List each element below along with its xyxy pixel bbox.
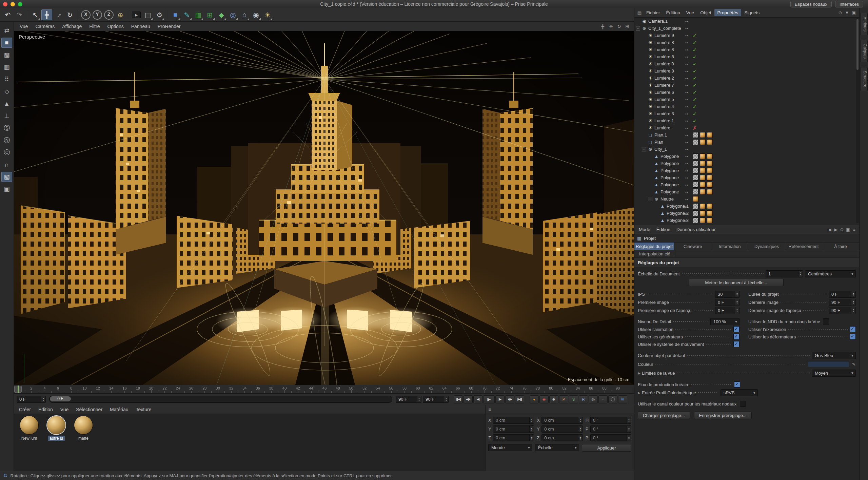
expander-icon[interactable]: −	[636, 26, 640, 30]
object-row[interactable]: ☀Lumière.2••✓	[634, 75, 859, 82]
polygons-mode-button[interactable]: ▲	[1, 99, 12, 109]
texture-tag-icon[interactable]	[707, 153, 713, 159]
time-right-1-field[interactable]: 90 F▲▼	[829, 299, 856, 306]
enabled-check-icon[interactable]: ✓	[693, 83, 697, 88]
object-row[interactable]: ☀Lumière.5••✓	[634, 96, 859, 103]
attribute-menu-mode[interactable]: Mode	[636, 226, 653, 233]
material-menu-texture[interactable]: Texture	[132, 406, 155, 413]
add-primitive-button[interactable]: ■	[170, 9, 181, 20]
lock-workplane-button[interactable]: ▣	[1, 184, 12, 194]
visibility-dots-icon[interactable]: ••	[685, 119, 689, 123]
use-deformers-checkbox[interactable]	[850, 334, 856, 340]
prev-frame-button[interactable]: ◀	[473, 395, 482, 403]
visibility-dots-icon[interactable]: ••	[685, 162, 689, 166]
time-left-1-field[interactable]: 0 F▲▼	[715, 299, 739, 306]
stepper-arrows-icon[interactable]: ▲▼	[417, 396, 421, 402]
visibility-dots-icon[interactable]: ••	[685, 48, 689, 52]
object-row[interactable]: ☀Lumière.3••✓	[634, 110, 859, 117]
select-tool-button[interactable]: ↖	[30, 9, 41, 20]
texture-tag-icon[interactable]	[707, 168, 713, 173]
texture-tag-icon[interactable]	[693, 196, 698, 202]
apply-button[interactable]: Appliquer	[582, 444, 631, 452]
default-color-dropdown[interactable]: Gris-Bleu ▼	[812, 352, 856, 359]
visibility-dots-icon[interactable]: ••	[685, 140, 689, 144]
search-icon[interactable]: ⊙	[837, 10, 844, 15]
coordinate-space-dropdown[interactable]: Monde ▼	[488, 444, 532, 451]
object-row[interactable]: ▲Polygone.2••	[634, 210, 859, 217]
eyedropper-icon[interactable]: ✎	[852, 362, 856, 367]
uvw-tag-icon[interactable]	[693, 182, 698, 188]
panel-menu-icon[interactable]: ≡	[488, 407, 491, 412]
object-row[interactable]: −⊕City_1••	[634, 146, 859, 153]
object-row[interactable]: ☀Lumière.1••✓	[634, 117, 859, 124]
enabled-check-icon[interactable]: ✓	[693, 54, 697, 60]
object-row[interactable]: ▲Polygone••	[634, 167, 859, 174]
material-menu-matériau[interactable]: Matériau	[106, 406, 132, 413]
end-frame-field[interactable]: 90 F ▲▼	[396, 396, 421, 403]
render-view-button[interactable]: ▶	[131, 9, 142, 20]
texture-mode-button[interactable]: ▩	[1, 50, 12, 60]
redo-button[interactable]: ↷	[14, 9, 25, 20]
visibility-dots-icon[interactable]: ••	[685, 41, 689, 45]
object-row[interactable]: ☀Lumière.6••✓	[634, 89, 859, 96]
animation-palette-button[interactable]: ⊞	[618, 395, 627, 403]
zoom-window-button[interactable]	[18, 2, 22, 6]
enable-axis-button[interactable]: ⊥	[1, 111, 12, 121]
search-icon[interactable]: ⊙	[839, 227, 845, 232]
viewport-zoom-icon[interactable]: ⊕	[607, 23, 615, 30]
lock-z-axis-button[interactable]: Z	[103, 9, 114, 20]
expander-icon[interactable]: −	[642, 147, 646, 151]
object-manager-menu-propriétés[interactable]: Propriétés	[714, 9, 742, 16]
visibility-dots-icon[interactable]: ••	[685, 19, 689, 23]
record-position-button[interactable]: P	[559, 395, 568, 403]
object-row[interactable]: ▲Polygone••	[634, 160, 859, 167]
enabled-check-icon[interactable]: ✓	[693, 76, 697, 81]
position-z-field[interactable]: 0 cm▲▼	[493, 434, 534, 441]
uvw-tag-icon[interactable]	[693, 161, 698, 166]
texture-tag-icon[interactable]	[707, 217, 713, 223]
texture-tag-icon[interactable]	[707, 139, 713, 145]
tab-réglages-du-projet[interactable]: Réglages du projet	[634, 243, 674, 250]
solo-button[interactable]: ◯	[608, 395, 617, 403]
viewport-menu-caméras[interactable]: Caméras	[32, 23, 58, 30]
viewport-view-label[interactable]: Perspective	[19, 34, 45, 40]
play-button[interactable]: ▶	[483, 395, 495, 403]
docked-tab-attributs[interactable]: Attributs	[860, 13, 868, 35]
uvw-tag-icon[interactable]	[693, 203, 698, 209]
make-editable-button[interactable]: ⇄	[1, 25, 12, 36]
nodal-color-checkbox[interactable]	[740, 401, 746, 407]
add-generator-button[interactable]: ▦	[193, 9, 204, 20]
enabled-check-icon[interactable]: ✓	[693, 104, 697, 109]
use-expression-checkbox[interactable]	[850, 326, 856, 332]
object-row[interactable]: ◻Plan.1••	[634, 131, 859, 139]
visibility-dots-icon[interactable]: ••	[685, 90, 689, 95]
stepper-arrows-icon[interactable]: ▲▼	[444, 396, 448, 402]
disclosure-triangle-icon[interactable]: ▶	[638, 371, 642, 375]
object-row[interactable]: ☀Lumière.7••✓	[634, 82, 859, 89]
texture-tag-icon[interactable]	[707, 182, 713, 188]
object-row[interactable]: ☀Lumière.8••✓	[634, 53, 859, 60]
texture-tag-icon[interactable]	[707, 210, 713, 216]
object-row[interactable]: ☀Lumière.8••✓	[634, 46, 859, 53]
stepper-arrows-icon[interactable]: ▲▼	[529, 417, 534, 423]
object-manager-menu-signets[interactable]: Signets	[741, 9, 763, 16]
stepper-arrows-icon[interactable]: ▲▼	[627, 417, 631, 423]
move-tool-button[interactable]: ╋	[41, 9, 52, 20]
record-pla-button[interactable]: ≈	[598, 395, 608, 403]
visibility-dots-icon[interactable]: ••	[685, 218, 689, 223]
material-menu-sélectionner[interactable]: Sélectionner	[72, 406, 106, 413]
visibility-dots-icon[interactable]: ••	[685, 211, 689, 215]
uvw-tag-icon[interactable]	[693, 175, 698, 181]
stepper-arrows-icon[interactable]: ▲▼	[578, 435, 583, 441]
time-left-2-field[interactable]: 0 F▲▼	[715, 307, 739, 314]
enabled-check-icon[interactable]: ✓	[693, 118, 697, 124]
record-parameter-button[interactable]: ◎	[589, 395, 598, 403]
add-deformer-button[interactable]: ◎	[228, 9, 238, 20]
stepper-arrows-icon[interactable]: ▲▼	[627, 426, 631, 432]
material-menu-édition[interactable]: Édition	[35, 406, 57, 413]
uvw-tag-icon[interactable]	[693, 139, 698, 145]
lock-y-axis-button[interactable]: Y	[92, 9, 103, 20]
texture-tag-icon[interactable]	[707, 132, 713, 138]
tab-à-faire[interactable]: À faire	[822, 243, 859, 250]
stepper-arrows-icon[interactable]: ▲▼	[735, 307, 739, 314]
